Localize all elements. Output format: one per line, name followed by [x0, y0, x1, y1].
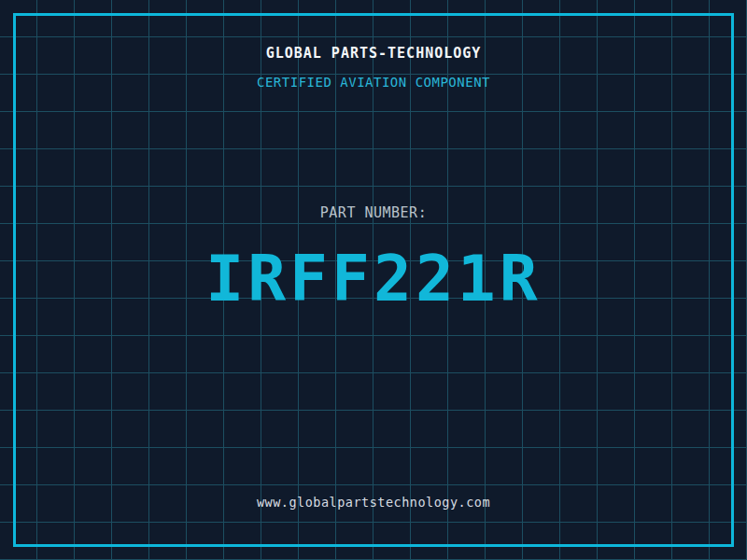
part-number-value: IRFF221R [0, 245, 747, 313]
certification-label: CERTIFIED AVIATION COMPONENT [0, 75, 747, 90]
blueprint-grid-background: GLOBAL PARTS-TECHNOLOGY CERTIFIED AVIATI… [0, 0, 747, 560]
company-name: GLOBAL PARTS-TECHNOLOGY [0, 46, 747, 62]
website-url: www.globalpartstechnology.com [0, 495, 747, 510]
part-number-label: PART NUMBER: [0, 205, 747, 221]
